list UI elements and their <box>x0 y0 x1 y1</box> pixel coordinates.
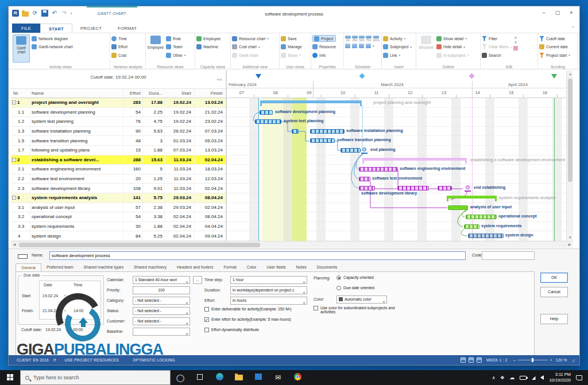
qat-more-icon[interactable]: ▾ <box>71 11 72 15</box>
tab-project[interactable]: PROJECT <box>72 24 110 33</box>
checkbox-2[interactable]: Effort dynamically distribute <box>204 328 259 332</box>
ribbon-item-link[interactable]: Link▾ <box>383 52 412 59</box>
scroll-up-icon[interactable]: ▲ <box>567 71 574 77</box>
calendar-more-button[interactable]: ... <box>193 276 202 284</box>
ribbon-item-project-start[interactable]: Project start▾ <box>539 52 570 59</box>
column-header-effort[interactable]: Effort <box>123 89 143 98</box>
gantt-activity-bar[interactable] <box>255 119 281 124</box>
gantt-activity-bar[interactable] <box>310 129 345 134</box>
gantt-summary-bar[interactable] <box>362 158 467 161</box>
detail-tab-user-fields[interactable]: User fields <box>261 263 291 271</box>
ribbon-item-employee[interactable]: Employee <box>196 35 220 42</box>
cutoff-date-value[interactable]: 19.02.24 <box>45 328 61 332</box>
schedule-tool-4-icon[interactable] <box>366 44 371 48</box>
finish-date-value[interactable]: 21.04.24 <box>42 309 58 313</box>
table-row[interactable]: −2establishing a software devel...28815.… <box>11 155 226 165</box>
column-header-nr[interactable]: Nr. <box>11 89 30 98</box>
start-date-caret-icon[interactable]: ▾ <box>64 294 66 297</box>
maximize-button[interactable]: ▢ <box>551 7 564 18</box>
tray-expand-icon[interactable]: ∧ <box>492 375 496 380</box>
cutoff-time-value[interactable]: 00:00 <box>73 328 83 332</box>
gantt-milestone[interactable] <box>362 147 366 151</box>
action-center-icon[interactable] <box>576 375 582 380</box>
zoom-in-icon[interactable]: + <box>550 358 552 362</box>
radio-capacity-oriented[interactable]: Capacity oriented <box>336 275 374 280</box>
table-row[interactable]: 2.3software development library1089.0111… <box>11 184 226 193</box>
ribbon-item-cost-chart[interactable]: Cost chart▾ <box>232 44 269 50</box>
volume-icon[interactable] <box>540 375 544 380</box>
ribbon-item-hide-detail[interactable]: Hide detail▾ <box>436 44 469 50</box>
gantt-activity-bar[interactable] <box>466 215 497 219</box>
scroll-down-icon[interactable]: ▼ <box>514 41 517 44</box>
gantt-summary-bar[interactable] <box>260 100 362 103</box>
category-select[interactable]: - Not selected -▼ <box>133 297 190 305</box>
ribbon-button-gantt-chart[interactable]: Gantt chart <box>13 34 30 63</box>
onedrive-icon[interactable]: ☁ <box>509 375 514 380</box>
mail-icon[interactable]: ✉ <box>268 374 288 382</box>
tab-format[interactable]: FORMAT <box>110 24 145 33</box>
table-row[interactable]: 2.1software engineering environment16051… <box>11 165 226 174</box>
context-tab-gantt-chart[interactable]: GANTT CHART <box>87 6 137 24</box>
finish-date-caret-icon[interactable]: ▾ <box>64 309 66 312</box>
gantt-activity-bar[interactable] <box>359 177 370 181</box>
collapse-ribbon-icon[interactable]: ⌃ <box>571 26 575 31</box>
gantt-activity-bar[interactable] <box>448 205 468 210</box>
store-icon[interactable] <box>249 374 268 382</box>
timestep-select[interactable]: 1 hour▼ <box>230 276 307 284</box>
ribbon-item-other[interactable]: Other▾ <box>166 52 186 59</box>
schedule-tool-1-icon[interactable] <box>345 44 350 48</box>
name-input[interactable]: software development process <box>49 251 466 260</box>
progress-50pct-button[interactable]: 50% <box>359 36 365 42</box>
detail-tab-headers-and-footers[interactable]: Headers and footers <box>172 263 218 271</box>
ribbon-item-activity[interactable]: Activity▾ <box>383 35 412 42</box>
ribbon-item-subproject[interactable]: Subproject▾ <box>383 44 412 50</box>
ribbon-item-project[interactable]: Project <box>312 35 336 42</box>
scroll-right-icon[interactable]: ▶ <box>566 242 573 248</box>
duration-select[interactable]: in workdays(dependent on project c▼ <box>230 286 307 294</box>
view-toggle-1-icon[interactable] <box>461 357 466 363</box>
ribbon-item-resource-chart[interactable]: Resource chart▾ <box>232 35 269 42</box>
schedule-tool-3-icon[interactable] <box>359 44 364 48</box>
table-row[interactable]: 2.2software test environment201.2511.03.… <box>11 174 226 184</box>
edge-icon[interactable] <box>210 373 229 382</box>
taskbar-clock[interactable]: 3:11 PM10/19/2020 <box>549 372 571 383</box>
scroll-up-icon[interactable]: ▲ <box>514 36 517 39</box>
taskbar-search[interactable]: Type here to search <box>20 370 171 385</box>
detail-tab-format[interactable]: Format <box>219 263 242 271</box>
checkbox-0[interactable]: Enter deliverable for activity(Example: … <box>204 307 291 312</box>
detail-tab-preferred-team[interactable]: Preferred team <box>41 263 79 271</box>
collapse-row-icon[interactable]: − <box>12 100 16 104</box>
color-select[interactable]: Automatic color▼ <box>336 295 387 304</box>
gantt-activity-bar[interactable] <box>359 186 375 190</box>
ribbon-item-info[interactable]: Info <box>312 52 336 59</box>
network-icon[interactable]: ◢ <box>532 375 535 380</box>
ribbon-item-effort[interactable]: Effort <box>111 44 127 50</box>
start-time-value[interactable]: 00:00 <box>74 294 84 298</box>
table-row[interactable]: 1.3software installation planning905.632… <box>11 127 226 137</box>
status-select[interactable]: - Not selected -▼ <box>133 307 190 315</box>
ribbon-button-employee[interactable]: Employee <box>147 34 164 63</box>
view-toggle-2-icon[interactable] <box>469 357 474 363</box>
gantt-summary-bar[interactable] <box>447 196 497 199</box>
detail-tab-notes[interactable]: Notes <box>291 263 311 271</box>
gantt-activity-bar[interactable] <box>292 129 299 134</box>
column-header-start[interactable]: Start <box>165 89 195 98</box>
table-row[interactable]: 1.1software development planning542.2519… <box>11 108 226 118</box>
detail-tab-shared-machinery[interactable]: Shared machinery <box>129 263 172 271</box>
ribbon-item-time[interactable]: Time <box>111 35 127 42</box>
open-icon[interactable] <box>22 11 29 17</box>
cutoff-date-caret-icon[interactable]: ▾ <box>66 328 68 331</box>
column-header-finish[interactable]: Finish <box>195 89 226 98</box>
ribbon-item-team[interactable]: Team <box>166 44 186 50</box>
chevron-down-icon[interactable]: ▾ <box>373 44 374 48</box>
chrome-icon[interactable] <box>288 373 307 382</box>
view-toggle-3-icon[interactable] <box>477 357 482 363</box>
progress-0pct-button[interactable]: 0% <box>345 36 351 42</box>
app-icon[interactable]: R <box>12 10 19 17</box>
ribbon-item-manage[interactable]: Manage <box>281 44 302 50</box>
ribbon-item-filter[interactable]: Filter <box>482 35 512 42</box>
checkbox-1[interactable]: ✓Enter effort for activity(Example: 5 ma… <box>204 317 291 322</box>
ribbon-item-current-date[interactable]: Current date <box>539 44 570 50</box>
undo-icon[interactable]: ↶ <box>51 10 58 17</box>
baseline-select[interactable]: ▼ <box>133 328 190 336</box>
